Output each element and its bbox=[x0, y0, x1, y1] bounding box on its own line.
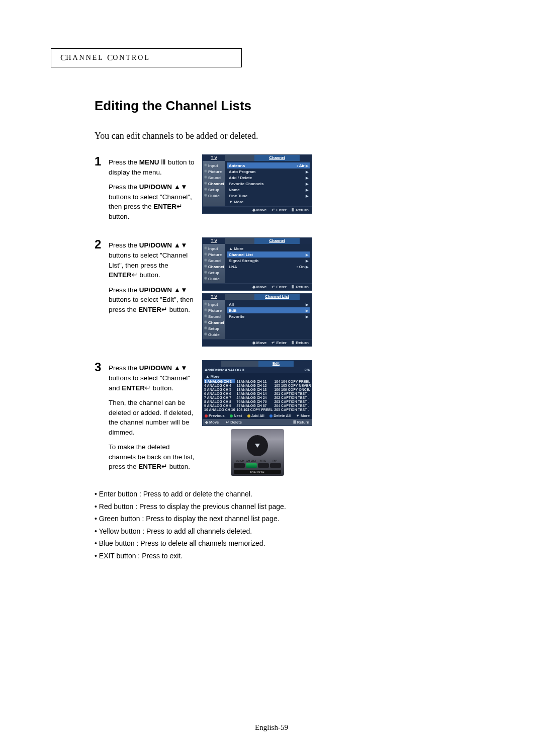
remote-illustration: FAV.CHCH LISTMTSPIP BN59-00462 bbox=[231, 429, 284, 476]
intro-text: You can edit channels to be added or del… bbox=[95, 131, 457, 141]
page-number: English-59 bbox=[0, 723, 543, 732]
step-1: 1 Press the MENU Ⅲ button to display the… bbox=[95, 154, 457, 226]
osd-screenshot-2: T VChannel InputPictureSoundChannelSetup… bbox=[202, 237, 312, 349]
step-2: 2 Press the UP/DOWN ▲▼ buttons to select… bbox=[95, 237, 457, 349]
osd-sidebar: InputPictureSound ChannelSetupGuide bbox=[203, 161, 225, 206]
step-3: 3 Press the UP/DOWN ▲▼ buttons to select… bbox=[95, 360, 457, 477]
page-title: Editing the Channel Lists bbox=[95, 98, 457, 114]
notes: • Enter button : Press to add or delete … bbox=[95, 488, 457, 562]
section-header: CHANNEL CONTROL bbox=[51, 48, 242, 67]
osd-screenshot-1: T VChannel InputPictureSound ChannelSetu… bbox=[202, 154, 312, 216]
osd-screenshot-3: Edit Add/DeleteANALOG 32/4 ▲ More 3 ANAL… bbox=[202, 360, 312, 476]
